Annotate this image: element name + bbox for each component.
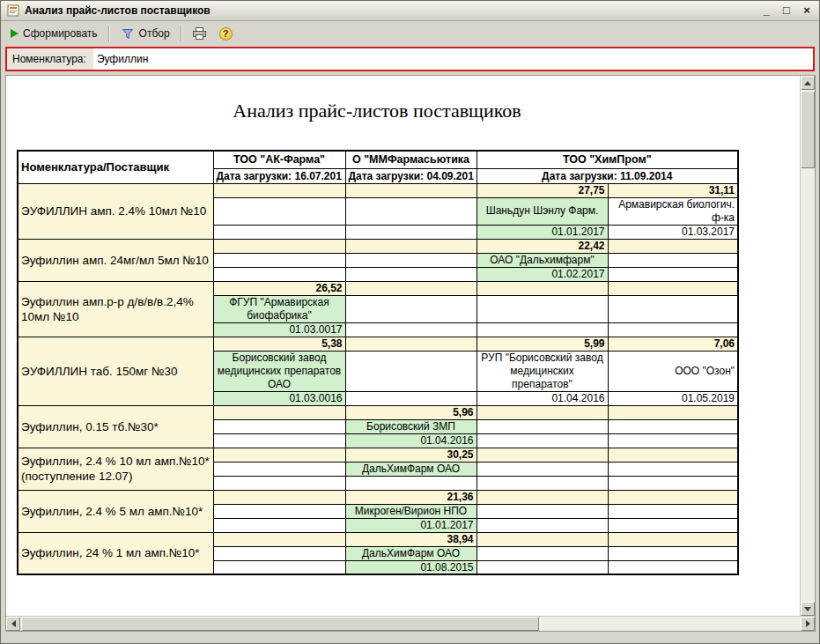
price-cell[interactable] <box>213 532 345 546</box>
vertical-scroll-thumb[interactable] <box>801 91 815 168</box>
price-cell[interactable]: 38,94 <box>345 532 476 546</box>
date-cell[interactable]: 01.01.2017 <box>345 518 476 532</box>
supplier-cell[interactable] <box>608 419 738 433</box>
date-cell[interactable] <box>476 433 608 448</box>
close-button[interactable]: × <box>800 4 814 18</box>
price-cell[interactable] <box>213 239 345 253</box>
date-cell[interactable] <box>608 560 738 574</box>
date-cell[interactable]: 01.01.2017 <box>476 225 608 239</box>
scroll-left-button[interactable] <box>6 617 20 631</box>
price-cell[interactable]: 21,36 <box>345 490 476 504</box>
supplier-cell[interactable] <box>608 504 738 518</box>
supplier-cell[interactable]: ДальХимФарм ОАО <box>345 546 476 560</box>
date-cell[interactable]: 01.04.2016 <box>345 433 476 448</box>
date-cell[interactable] <box>476 518 608 532</box>
product-name-cell[interactable]: ЭУФИЛЛИН таб. 150мг №30 <box>18 337 213 405</box>
horizontal-scroll-thumb[interactable] <box>21 617 539 631</box>
load-date-header-cell[interactable]: Дата загрузки: 16.07.201 <box>213 168 345 183</box>
product-name-cell[interactable]: Эуфиллин амп. 24мг/мл 5мл №10 <box>18 239 213 281</box>
supplier-cell[interactable]: ДальХимФарм ОАО <box>345 462 476 476</box>
product-name-cell[interactable]: Эуфиллин, 24 % 1 мл амп.№10* <box>18 532 213 574</box>
price-cell[interactable] <box>476 490 608 504</box>
supplier-cell[interactable] <box>608 295 738 322</box>
price-cell[interactable] <box>608 490 738 504</box>
price-cell[interactable]: 27,75 <box>476 183 608 197</box>
price-cell[interactable] <box>608 239 738 253</box>
date-cell[interactable] <box>213 518 345 532</box>
price-cell[interactable] <box>213 405 345 419</box>
load-date-header-cell[interactable]: Дата загрузки: 04.09.201 <box>345 168 476 183</box>
price-cell[interactable]: 5,38 <box>213 337 345 351</box>
date-cell[interactable]: 01.02.2017 <box>476 267 608 281</box>
supplier-cell[interactable]: Борисовский ЗМП <box>345 419 476 433</box>
price-cell[interactable] <box>608 448 738 462</box>
product-name-cell[interactable]: Эуфиллин, 0.15 тб.№30* <box>18 405 213 448</box>
product-name-cell[interactable]: Эуфиллин, 2.4 % 5 мл амп.№10* <box>18 490 213 532</box>
date-cell[interactable] <box>608 267 738 281</box>
supplier-cell[interactable]: РУП "Борисовский завод медицинских препа… <box>476 351 608 391</box>
supplier-cell[interactable]: Микроген/Вирион НПО <box>345 504 476 518</box>
date-cell[interactable] <box>213 560 345 574</box>
print-button[interactable] <box>188 24 212 44</box>
supplier-cell[interactable] <box>476 295 608 322</box>
supplier-cell[interactable] <box>213 462 345 476</box>
supplier-cell[interactable] <box>476 546 608 560</box>
price-cell[interactable]: 30,25 <box>345 448 476 462</box>
date-cell[interactable]: 01.03.0016 <box>213 391 345 405</box>
date-cell[interactable] <box>608 433 738 448</box>
price-cell[interactable] <box>608 281 738 295</box>
supplier-cell[interactable]: Шаньдун Шэнлу Фарм. <box>476 197 608 225</box>
date-cell[interactable] <box>213 476 345 490</box>
price-cell[interactable]: 7,06 <box>608 337 738 351</box>
date-cell[interactable] <box>345 391 476 405</box>
vertical-scrollbar[interactable] <box>800 76 815 616</box>
price-cell[interactable]: 5,96 <box>345 405 476 419</box>
supplier-cell[interactable] <box>608 253 738 267</box>
date-cell[interactable] <box>608 476 738 490</box>
date-cell[interactable]: 01.08.2015 <box>345 560 476 574</box>
supplier-cell[interactable]: ФГУП "Армавирская биофабрика" <box>213 295 345 322</box>
supplier-cell[interactable] <box>608 546 738 560</box>
supplier-cell[interactable]: ООО "Озон" <box>608 351 738 391</box>
price-cell[interactable] <box>476 448 608 462</box>
help-button[interactable]: ? <box>214 24 238 44</box>
date-cell[interactable] <box>476 322 608 337</box>
price-cell[interactable] <box>476 281 608 295</box>
date-cell[interactable]: 01.04.2016 <box>476 391 608 405</box>
supplier-cell[interactable] <box>608 462 738 476</box>
corner-header-cell[interactable]: Номенклатура/Поставщик <box>18 151 213 183</box>
date-cell[interactable] <box>345 476 476 490</box>
scroll-up-button[interactable] <box>801 76 815 90</box>
price-cell[interactable] <box>345 239 476 253</box>
supplier-cell[interactable] <box>213 504 345 518</box>
supplier-cell[interactable]: ОАО "Дальхимфарм" <box>476 253 608 267</box>
supplier-cell[interactable] <box>345 295 476 322</box>
supplier-cell[interactable]: Армавирская биологич. ф-ка <box>608 197 738 225</box>
product-name-cell[interactable]: Эуфиллин, 2.4 % 10 мл амп.№10* (поступле… <box>18 448 213 490</box>
generate-button[interactable]: Сформировать <box>5 24 103 43</box>
price-cell[interactable]: 22,42 <box>476 239 608 253</box>
supplier-cell[interactable] <box>476 419 608 433</box>
supplier-cell[interactable] <box>213 546 345 560</box>
date-cell[interactable] <box>608 518 738 532</box>
date-cell[interactable]: 01.03.2017 <box>608 225 738 239</box>
date-cell[interactable] <box>213 225 345 239</box>
date-cell[interactable] <box>345 267 476 281</box>
date-cell[interactable] <box>345 225 476 239</box>
load-date-header-cell[interactable]: Дата загрузки: 11.09.2014 <box>476 168 738 183</box>
price-cell[interactable] <box>608 405 738 419</box>
scroll-right-button[interactable] <box>801 617 815 631</box>
maximize-button[interactable]: □ <box>779 4 794 18</box>
product-name-cell[interactable]: ЭУФИЛЛИН амп. 2.4% 10мл №10 <box>18 183 213 239</box>
supplier-cell[interactable] <box>213 253 345 267</box>
date-cell[interactable] <box>345 322 476 337</box>
date-cell[interactable] <box>608 322 738 337</box>
date-cell[interactable]: 01.05.2019 <box>608 391 738 405</box>
supplier-cell[interactable]: Борисовский завод медицинских препаратов… <box>213 351 345 391</box>
price-cell[interactable]: 31,11 <box>608 183 738 197</box>
minimize-button[interactable]: _ <box>759 4 773 18</box>
supplier-cell[interactable] <box>213 419 345 433</box>
date-cell[interactable]: 01.03.0017 <box>213 322 345 337</box>
price-cell[interactable] <box>213 448 345 462</box>
supplier-cell[interactable] <box>345 197 476 225</box>
